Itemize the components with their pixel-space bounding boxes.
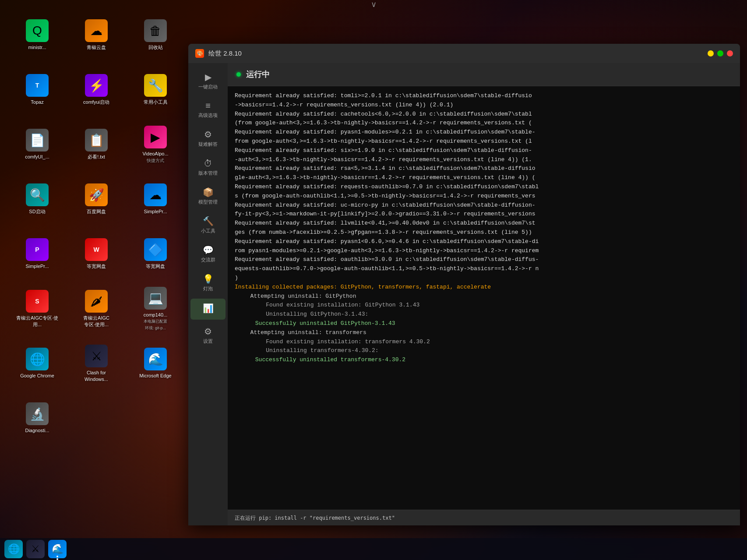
sidebar-item-troubleshoot[interactable]: ⚙ 疑难解答 — [190, 125, 226, 151]
clash-taskbar-icon: ⚔ — [31, 543, 40, 555]
terminal-line: Requirement already satisfied: llvmlite<… — [235, 219, 733, 228]
top-arrow-indicator: ∨ — [365, 0, 382, 9]
status-bar: 正在运行 pip: install -r "requirements_versi… — [228, 510, 740, 525]
terminal-line: ->basicsr==1.4.2->-r requirements_versio… — [235, 101, 733, 110]
terminal-line: s (from google-auth-oauthlib<1.1,>=0.5->… — [235, 192, 733, 201]
terminal-line: (from google-auth<3,>=1.6.3->tb-nightly-… — [235, 119, 733, 128]
title-bar: 🎨 绘世 2.8.10 — [188, 44, 740, 63]
terminal-line: Requirement already satisfied: uc-micro-… — [235, 201, 733, 210]
taskbar-edge[interactable]: 🌊 — [48, 540, 67, 558]
close-button[interactable] — [727, 50, 733, 56]
terminal-line: Requirement already satisfied: pyasn1-mo… — [235, 128, 733, 137]
sidebar-item-advanced-options[interactable]: ≡ 高级选项 — [190, 96, 226, 123]
sidebar-item-community[interactable]: 💬 交流群 — [190, 240, 226, 267]
desktop-icon-label: 必看!.txt — [88, 154, 105, 160]
sidebar-item-small-tools[interactable]: 🔨 小工具 — [190, 211, 226, 238]
desktop-icon-comp140[interactable]: 💻 comp140...本电脑已配置环境: git-p... — [127, 282, 184, 335]
desktop-icon-honeyview[interactable]: 🔍 SD启动 — [9, 173, 66, 225]
terminal-line: Successfully uninstalled GitPython-3.1.4… — [235, 319, 733, 328]
terminal-line: Found existing installation: GitPython 3… — [235, 301, 733, 310]
desktop-icon-diagnostic[interactable]: 🔬 Diagnosti... — [9, 392, 66, 444]
app-body: ▶ 一键启动 ≡ 高级选项 ⚙ 疑难解答 ⏱ 版本管理 📦 模型管 — [188, 63, 740, 525]
terminal-line: equests-oauthlib>=0.7.0->google-auth-oau… — [235, 264, 733, 274]
terminal-line: Requirement already satisfied: requests-… — [235, 183, 733, 192]
sidebar-item-lights[interactable]: 💡 灯泡 — [190, 269, 226, 296]
desktop-icon-topaz[interactable]: T Topaz — [9, 63, 66, 116]
desktop-icon-aigc[interactable]: 🌶 青椒云AIGC专区·使用... — [68, 282, 125, 335]
sidebar-item-model-mgmt[interactable]: 📦 模型管理 — [190, 183, 226, 209]
desktop-icon-label: 青椒云盘 — [87, 44, 106, 50]
desktop-icon-sd-launch[interactable]: 🚀 百度网盘 — [68, 173, 125, 225]
comp140-icon: 💻 — [144, 287, 167, 310]
desktop-icon-label: 常用小工具 — [144, 99, 168, 105]
desktop-icon-label: Topaz — [31, 99, 43, 105]
desktop-icon-mustread[interactable]: 📋 必看!.txt — [68, 118, 125, 171]
desktop-icon-simplepr[interactable]: P SimplePr... — [9, 228, 66, 280]
terminal-line: ) — [235, 274, 733, 283]
desktop-icon-baidu[interactable]: ☁ SimplePr... — [127, 173, 184, 225]
main-content: 运行中 Requirement already satisfied: tomli… — [228, 63, 740, 525]
desktop-icon-wps[interactable]: W 等宽网盘 — [68, 228, 125, 280]
desktop-icon-comfyui-launch[interactable]: ⚡ comfyui启动 — [68, 63, 125, 116]
desktop-icon-clash[interactable]: ⚔ Clash forWindows... — [68, 337, 125, 390]
desktop-icon-label: Google Chrome — [20, 373, 54, 379]
clock-icon: ⏱ — [204, 158, 212, 169]
terminal-line: Requirement already satisfied: cachetool… — [235, 110, 733, 119]
log-icon: 📊 — [203, 303, 214, 313]
desktop-icon-label: 青椒云AIGC专区·使用... — [83, 315, 109, 328]
sidebar-item-label: 灯泡 — [203, 286, 213, 292]
baidu-icon: ☁ — [144, 183, 167, 206]
terminal-line: -auth<3,>=1.6.3->tb-nightly->basicsr==1.… — [235, 155, 733, 165]
sidebar-item-label: 小工具 — [201, 228, 215, 234]
comfyui-launch-icon: ⚡ — [85, 74, 108, 97]
simplepr-icon: P — [26, 238, 49, 261]
taskbar-clash[interactable]: ⚔ — [26, 540, 45, 558]
terminal-output[interactable]: Requirement already satisfied: tomli>=2.… — [228, 86, 740, 510]
mustread-icon: 📋 — [85, 129, 108, 151]
desktop-icon-label: 回收站 — [148, 44, 163, 50]
terminal-line: fy-it-py<3,>=1->markdown-it-py[linkify]>… — [235, 210, 733, 219]
desktop-icon-comfyui-file[interactable]: 📄 comfyUI_... — [9, 118, 66, 171]
sidebar-item-one-click-start[interactable]: ▶ 一键启动 — [190, 67, 226, 94]
sidebar-item-label: 一键启动 — [198, 84, 218, 90]
sidebar-item-log[interactable]: 📊 — [190, 299, 226, 320]
terminal-line: gle-auth<3,>=1.6.3->tb-nightly->basicsr=… — [235, 173, 733, 183]
edge-icon: 🌊 — [144, 348, 167, 370]
desktop-icon-label: SD启动 — [29, 208, 45, 215]
desktop-icon-tools[interactable]: 🔧 常用小工具 — [127, 63, 184, 116]
desktop-icon-recycle[interactable]: 🗑 回收站 — [127, 9, 184, 61]
sidebar-item-label: 模型管理 — [198, 199, 218, 205]
tools-icon: 🔧 — [144, 74, 167, 97]
desktop-icon-qiniu[interactable]: Q ministr... — [9, 9, 66, 61]
terminal-line: Installing collected packages: GitPython… — [235, 283, 733, 292]
chat-icon: 💬 — [203, 245, 214, 255]
desktop-icon-label: Diagnosti... — [25, 427, 49, 433]
status-text: 运行中 — [246, 69, 270, 80]
sidebar-item-label: 交流群 — [201, 257, 215, 263]
desktop-icon-label: 百度网盘 — [87, 208, 106, 215]
desktop-icon-qiaonet[interactable]: 🔷 等宽网盘 — [127, 228, 184, 280]
minimize-button[interactable] — [708, 50, 714, 56]
comfyui-file-icon: 📄 — [26, 129, 49, 151]
sidebar-item-version-mgmt[interactable]: ⏱ 版本管理 — [190, 154, 226, 180]
taskbar-chrome[interactable]: 🌐 — [4, 540, 23, 558]
maximize-button[interactable] — [717, 50, 723, 56]
desktop-icon-label: VideoAlpo...快捷方式 — [142, 151, 168, 163]
terminal-line: Attempting uninstall: GitPython — [235, 292, 733, 301]
sidebar-item-settings[interactable]: ⚙ 设置 — [190, 322, 226, 349]
sidebar-item-label: 高级选项 — [198, 113, 218, 118]
app-window-huishi: 🎨 绘世 2.8.10 ▶ 一键启动 ≡ 高级选项 — [188, 44, 740, 525]
desktop-icon-edge[interactable]: 🌊 Microsoft Edge — [127, 337, 184, 390]
desktop-icon-synth[interactable]: S 青椒云AIGC专区·使用... — [9, 282, 66, 335]
terminal-line: Requirement already satisfied: rsa<5,>=3… — [235, 164, 733, 173]
desktop-icon-cloud[interactable]: ☁ 青椒云盘 — [68, 9, 125, 61]
desktop-icon-videoalp[interactable]: ▶ VideoAlpo...快捷方式 — [127, 118, 184, 171]
desktop-icon-chrome[interactable]: 🌐 Google Chrome — [9, 337, 66, 390]
videoalp-icon: ▶ — [144, 126, 167, 148]
menu-icon: ≡ — [205, 101, 211, 111]
desktop-icon-label: Microsoft Edge — [139, 373, 171, 379]
terminal-line: Requirement already satisfied: tomli>=2.… — [235, 92, 733, 101]
play-icon: ▶ — [205, 72, 211, 82]
diagnostic-icon: 🔬 — [26, 402, 49, 425]
taskbar: 🌐 ⚔ 🌊 — [0, 538, 747, 560]
